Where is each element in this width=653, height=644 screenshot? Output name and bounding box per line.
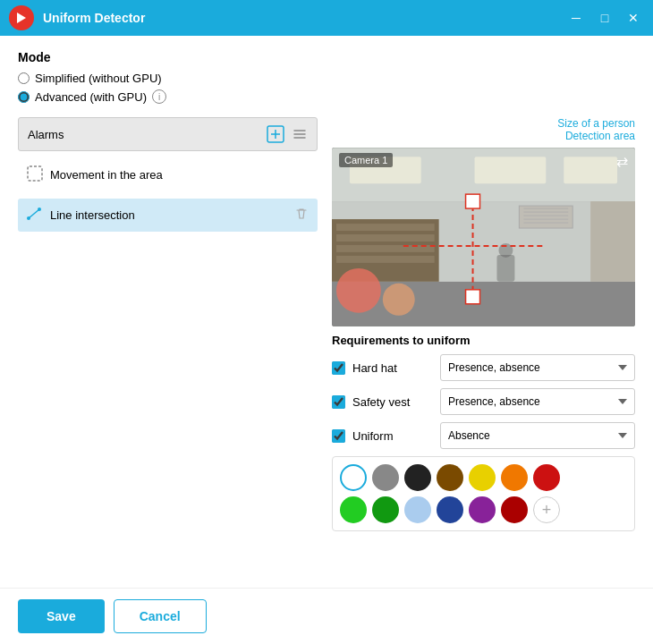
hardhat-label: Hard hat: [352, 361, 433, 375]
info-icon[interactable]: i: [152, 89, 166, 104]
simplified-mode-row[interactable]: Simplified (without GPU): [18, 72, 635, 85]
svg-rect-27: [496, 255, 514, 282]
alarms-header[interactable]: Alarms: [18, 117, 318, 151]
add-color-button[interactable]: +: [533, 496, 560, 523]
main-area: Alarms: [18, 117, 635, 573]
safetyvest-label: Safety vest: [352, 395, 433, 409]
color-row-2: +: [340, 496, 627, 523]
svg-rect-32: [466, 290, 480, 304]
camera-view: Camera 1 ⇄: [332, 148, 635, 326]
svg-rect-10: [475, 157, 547, 183]
color-gray[interactable]: [372, 464, 399, 491]
simplified-label: Simplified (without GPU): [35, 72, 162, 85]
svg-rect-31: [466, 194, 480, 208]
simplified-radio[interactable]: [18, 72, 30, 84]
uniform-checkbox[interactable]: [332, 429, 345, 443]
app-logo: [9, 5, 34, 30]
titlebar: Uniform Detector ─ □ ✕: [0, 0, 653, 36]
svg-rect-20: [590, 201, 635, 282]
line-icon: [27, 206, 43, 225]
color-black[interactable]: [404, 464, 431, 491]
size-of-person-link[interactable]: Size of a person: [557, 117, 635, 130]
uniform-select[interactable]: Presence, absence Presence Absence: [440, 422, 635, 449]
color-orange[interactable]: [501, 464, 528, 491]
svg-rect-14: [336, 224, 435, 231]
requirements-title: Requirements to uniform: [332, 334, 635, 347]
minimize-button[interactable]: ─: [565, 7, 587, 29]
mode-section: Mode Simplified (without GPU) Advanced (…: [18, 50, 635, 108]
right-panel: Size of a person Detection area Camera 1…: [332, 117, 635, 573]
content-area: Mode Simplified (without GPU) Advanced (…: [0, 36, 653, 588]
alarms-add-icon[interactable]: [267, 125, 284, 143]
hardhat-checkbox[interactable]: [332, 361, 345, 375]
safetyvest-checkbox[interactable]: [332, 395, 345, 409]
svg-rect-21: [519, 206, 572, 228]
titlebar-title: Uniform Detector: [43, 11, 565, 25]
color-green-light[interactable]: [340, 496, 367, 523]
svg-rect-16: [336, 245, 435, 252]
color-yellow[interactable]: [469, 464, 496, 491]
svg-point-18: [336, 268, 381, 313]
color-white[interactable]: [340, 464, 367, 491]
movement-label: Movement in the area: [50, 168, 163, 182]
color-purple[interactable]: [469, 496, 496, 523]
svg-line-3: [29, 209, 39, 218]
alarm-delete-icon[interactable]: [294, 207, 309, 224]
alarms-settings-icon[interactable]: [292, 126, 308, 142]
alarms-icons: [267, 125, 308, 143]
detection-area-link[interactable]: Detection area: [565, 130, 635, 142]
left-panel: Alarms: [18, 117, 318, 573]
requirements-section: Requirements to uniform Hard hat Presenc…: [332, 334, 635, 531]
camera-arrow-icon[interactable]: ⇄: [616, 153, 628, 170]
titlebar-buttons: ─ □ ✕: [565, 7, 644, 29]
cancel-button[interactable]: Cancel: [114, 599, 207, 633]
color-red-dark[interactable]: [533, 464, 560, 491]
color-row-1: [340, 464, 627, 491]
camera-label: Camera 1: [339, 153, 393, 167]
alarms-title: Alarms: [28, 128, 64, 141]
svg-point-5: [38, 208, 41, 211]
hardhat-select[interactable]: Presence, absence Presence Absence: [440, 354, 635, 381]
uniform-label: Uniform: [352, 429, 433, 443]
top-links: Size of a person Detection area: [332, 117, 635, 142]
alarm-item-movement[interactable]: Movement in the area: [18, 158, 318, 191]
advanced-mode-row[interactable]: Advanced (with GPU) i: [18, 89, 635, 104]
svg-point-4: [27, 216, 30, 220]
mode-title: Mode: [18, 50, 635, 64]
color-brown[interactable]: [437, 464, 463, 491]
req-row-hardhat: Hard hat Presence, absence Presence Abse…: [332, 354, 635, 381]
advanced-label: Advanced (with GPU): [35, 90, 147, 104]
svg-rect-15: [336, 234, 435, 242]
svg-rect-2: [28, 166, 42, 181]
app-window: Uniform Detector ─ □ ✕ Mode Simplified (…: [0, 0, 653, 644]
svg-marker-0: [17, 13, 26, 23]
color-blue-dark[interactable]: [437, 496, 463, 523]
alarm-item-line[interactable]: Line intersection: [18, 199, 318, 232]
footer: Save Cancel: [0, 588, 653, 644]
color-red[interactable]: [501, 496, 528, 523]
color-palette: +: [332, 456, 635, 531]
svg-point-19: [383, 284, 415, 316]
color-green-dark[interactable]: [372, 496, 399, 523]
maximize-button[interactable]: □: [594, 7, 615, 29]
svg-rect-17: [336, 256, 435, 263]
req-row-uniform: Uniform Presence, absence Presence Absen…: [332, 422, 635, 449]
movement-icon: [27, 165, 43, 184]
save-button[interactable]: Save: [18, 599, 105, 633]
close-button[interactable]: ✕: [623, 7, 644, 29]
safetyvest-select[interactable]: Presence, absence Presence Absence: [440, 388, 635, 415]
advanced-radio[interactable]: [18, 91, 30, 103]
line-label: Line intersection: [50, 208, 135, 222]
svg-rect-11: [564, 157, 617, 183]
req-row-safetyvest: Safety vest Presence, absence Presence A…: [332, 388, 635, 415]
color-blue-light[interactable]: [404, 496, 431, 523]
